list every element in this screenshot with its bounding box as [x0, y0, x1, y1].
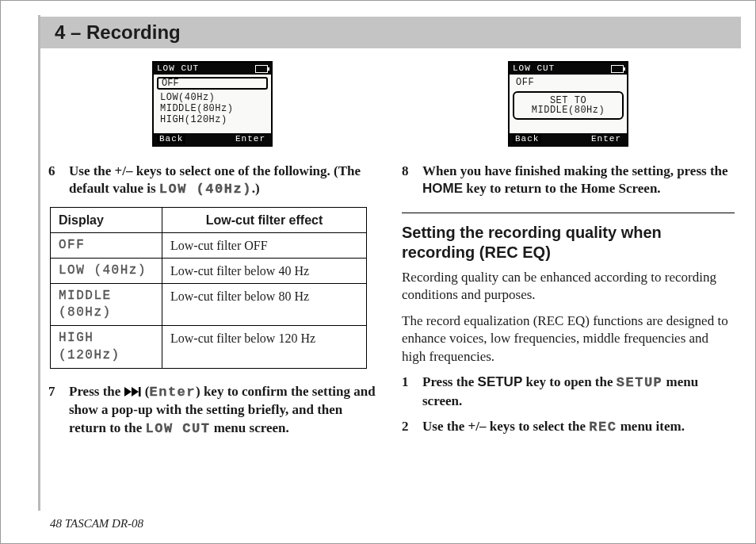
page-inner: 4 – Recording LOW CUT OFF LOW(40Hz) MIDD… — [40, 17, 741, 524]
step-6-text-b: .) — [252, 181, 260, 196]
step-8-a: When you have finished making the settin… — [422, 163, 728, 178]
step-7-a: Press the — [69, 384, 124, 399]
rec-eq-paragraph-1: Recording quality can be enhanced accord… — [402, 269, 735, 305]
step-number: 7 — [48, 383, 69, 438]
step-7-paren: ( — [142, 384, 150, 399]
lcd-right: LOW CUT OFF SET TO MIDDLE(80Hz) Back — [508, 61, 628, 147]
step-2-b: menu item. — [617, 419, 684, 434]
table-cell-display: OFF — [51, 232, 162, 258]
step-1: 1 Press the SETUP key to open the SETUP … — [402, 374, 735, 410]
step-8-b: key to return to the Home Screen. — [463, 181, 661, 196]
lcd-left-title: LOW CUT — [157, 64, 199, 73]
table-cell-display: HIGH (120Hz) — [51, 326, 162, 368]
table-cell-display: LOW (40Hz) — [51, 259, 162, 284]
page-footer: 48 TASCAM DR-08 — [50, 517, 143, 531]
table-cell-effect: Low-cut filter below 120 Hz — [162, 326, 367, 368]
rec-eq-paragraph-2: The record equalization (REC EQ) functio… — [402, 312, 735, 366]
step-8: 8 When you have finished making the sett… — [402, 163, 735, 198]
lcd-screenshot-right: LOW CUT OFF SET TO MIDDLE(80Hz) Back — [402, 61, 735, 147]
step-number: 1 — [402, 374, 422, 410]
right-column: LOW CUT OFF SET TO MIDDLE(80Hz) Back — [402, 61, 735, 446]
svg-rect-2 — [139, 387, 141, 397]
chapter-titlebar: 4 – Recording — [40, 17, 741, 48]
step-7-code1: Enter — [149, 385, 196, 400]
lcd-screenshot-left: LOW CUT OFF LOW(40Hz) MIDDLE(80Hz) HIGH(… — [48, 61, 376, 147]
lcd-right-footer: Back Enter — [510, 133, 627, 145]
svg-marker-1 — [132, 387, 139, 397]
step-1-code: SETUP — [617, 375, 663, 390]
lcd-right-titlebar: LOW CUT — [510, 63, 627, 75]
table-header-effect: Low-cut filter effect — [162, 207, 367, 232]
step-2-a: Use the +/– keys to select the — [422, 419, 589, 434]
table-header-row: Display Low-cut filter effect — [51, 207, 367, 232]
lcd-left-body: OFF LOW(40Hz) MIDDLE(80Hz) HIGH(120Hz) — [154, 75, 271, 133]
step-text: Press the (Enter) key to confirm the set… — [69, 383, 376, 438]
step-1-b: key to open the — [522, 374, 617, 389]
lowcut-table: Display Low-cut filter effect OFF Low-cu… — [50, 207, 367, 369]
chapter-title: 4 – Recording — [55, 21, 181, 44]
svg-marker-0 — [124, 387, 132, 397]
home-key-label: HOME — [422, 181, 463, 196]
lcd-left-option: HIGH(120Hz) — [157, 114, 268, 125]
battery-icon — [255, 65, 268, 73]
table-row: MIDDLE (80Hz) Low-cut filter below 80 Hz — [51, 284, 367, 326]
lcd-left: LOW CUT OFF LOW(40Hz) MIDDLE(80Hz) HIGH(… — [152, 61, 273, 147]
lcd-left-option: MIDDLE(80Hz) — [157, 103, 268, 114]
setup-key-label: SETUP — [478, 374, 523, 389]
lcd-right-back: Back — [513, 135, 541, 144]
section-divider — [402, 213, 735, 213]
manual-page: 4 – Recording LOW CUT OFF LOW(40Hz) MIDD… — [0, 0, 756, 544]
table-row: LOW (40Hz) Low-cut filter below 40 Hz — [51, 259, 367, 284]
table-row: OFF Low-cut filter OFF — [51, 232, 367, 258]
step-7: 7 Press the (Enter) key to confirm the s… — [48, 383, 376, 438]
lcd-right-line1: OFF — [513, 77, 624, 88]
step-2-code: REC — [589, 419, 617, 435]
fast-forward-icon — [124, 387, 142, 397]
lcd-left-enter: Enter — [233, 135, 268, 144]
step-7-c: menu screen. — [210, 420, 288, 435]
step-number: 8 — [402, 163, 422, 198]
table-header-display: Display — [51, 207, 162, 232]
table-cell-display: MIDDLE (80Hz) — [51, 284, 162, 326]
lcd-left-back: Back — [157, 135, 185, 144]
lcd-left-titlebar: LOW CUT — [154, 63, 271, 75]
page-number: 48 — [50, 517, 62, 530]
lcd-right-body: OFF SET TO MIDDLE(80Hz) — [510, 75, 627, 133]
rec-eq-heading: Setting the recording quality when recor… — [402, 223, 735, 262]
table-cell-effect: Low-cut filter below 40 Hz — [162, 259, 367, 284]
step-text: Press the SETUP key to open the SETUP me… — [422, 374, 735, 410]
lcd-popup-line2: MIDDLE(80Hz) — [519, 105, 617, 115]
table-cell-effect: Low-cut filter OFF — [162, 232, 367, 258]
step-6: 6 Use the +/– keys to select one of the … — [48, 163, 376, 199]
lcd-left-footer: Back Enter — [154, 133, 271, 145]
step-6-code: LOW (40Hz) — [159, 182, 252, 197]
lcd-right-enter: Enter — [589, 135, 624, 144]
battery-icon — [611, 65, 624, 73]
lcd-right-title: LOW CUT — [513, 64, 555, 73]
lcd-right-popup: SET TO MIDDLE(80Hz) — [513, 91, 624, 120]
step-1-a: Press the — [422, 374, 478, 389]
two-column-layout: LOW CUT OFF LOW(40Hz) MIDDLE(80Hz) HIGH(… — [40, 61, 741, 446]
product-model: TASCAM DR-08 — [62, 517, 143, 530]
step-text: Use the +/– keys to select the REC menu … — [422, 418, 735, 436]
step-7-code2: LOW CUT — [145, 421, 210, 436]
step-number: 2 — [402, 418, 422, 436]
left-column: LOW CUT OFF LOW(40Hz) MIDDLE(80Hz) HIGH(… — [48, 61, 376, 446]
table-cell-effect: Low-cut filter below 80 Hz — [162, 284, 367, 326]
step-text: Use the +/– keys to select one of the fo… — [69, 163, 376, 199]
lcd-left-selected: OFF — [157, 77, 268, 90]
step-number: 6 — [48, 163, 69, 199]
lcd-left-option: LOW(40Hz) — [157, 92, 268, 103]
step-2: 2 Use the +/– keys to select the REC men… — [402, 418, 735, 436]
step-text: When you have finished making the settin… — [422, 163, 735, 198]
table-row: HIGH (120Hz) Low-cut filter below 120 Hz — [51, 326, 367, 368]
